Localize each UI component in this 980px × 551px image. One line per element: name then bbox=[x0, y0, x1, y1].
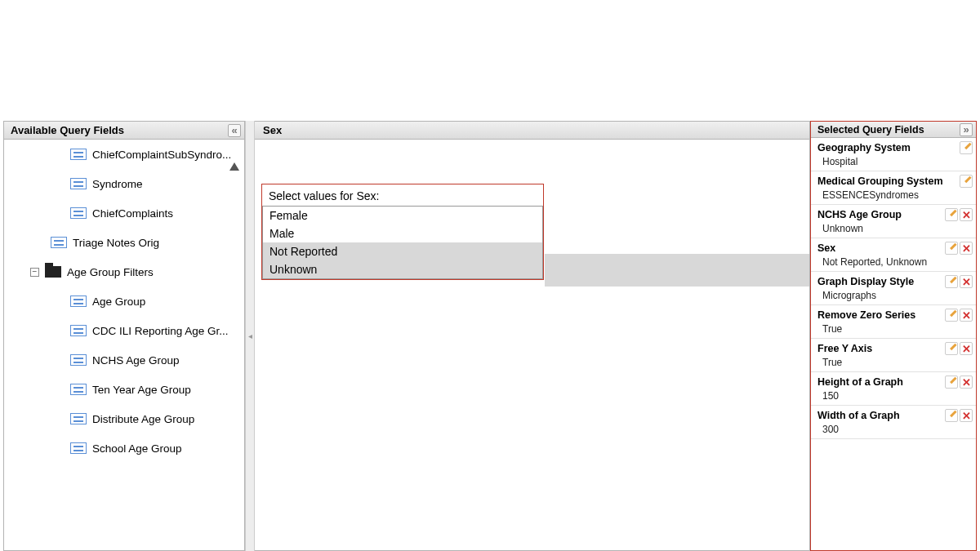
field-editor-panel: Sex Select values for Sex: FemaleMaleNot… bbox=[255, 121, 810, 551]
selected-field-item: NCHS Age Group✕Unknown bbox=[811, 205, 976, 238]
listbox-option[interactable]: Not Reported bbox=[263, 242, 542, 260]
pencil-icon bbox=[947, 211, 956, 219]
selected-field-item: Sex✕Not Reported, Unknown bbox=[811, 238, 976, 272]
edit-field-button[interactable] bbox=[945, 275, 958, 288]
selected-field-item: Free Y Axis✕True bbox=[811, 339, 976, 372]
field-editor-title: Sex bbox=[263, 124, 282, 136]
value-select-block: Select values for Sex: FemaleMaleNot Rep… bbox=[261, 184, 544, 280]
pencil-icon bbox=[962, 177, 970, 185]
tree-item[interactable]: Distribute Age Group bbox=[4, 404, 244, 433]
selected-field-item: Remove Zero Series✕True bbox=[811, 305, 976, 339]
selected-field-value: Not Reported, Unknown bbox=[817, 255, 973, 268]
selected-field-name: Free Y Axis bbox=[817, 343, 943, 354]
value-select-prompt: Select values for Sex: bbox=[262, 184, 543, 206]
edit-field-button[interactable] bbox=[945, 309, 958, 322]
selected-field-item: Geography SystemHospital bbox=[811, 138, 976, 171]
close-icon: ✕ bbox=[962, 277, 971, 287]
collapse-left-panel-button[interactable] bbox=[228, 124, 241, 137]
chevron-double-right-icon bbox=[963, 123, 969, 136]
remove-field-button[interactable]: ✕ bbox=[960, 208, 973, 221]
pencil-icon bbox=[947, 278, 956, 286]
pencil-icon bbox=[947, 378, 956, 386]
selected-field-value: Micrographs bbox=[817, 288, 973, 301]
listbox-option[interactable]: Female bbox=[263, 207, 542, 224]
tree-item[interactable]: CDC ILI Reporting Age Gr... bbox=[4, 316, 244, 345]
tree-item-label: Age Group bbox=[92, 295, 145, 308]
collapse-right-panel-button[interactable] bbox=[960, 123, 973, 136]
available-query-fields-panel: Available Query Fields ChiefComplaintSub… bbox=[3, 121, 245, 551]
field-icon bbox=[69, 177, 87, 190]
selected-field-value: True bbox=[817, 355, 973, 368]
tree-item-label: Triage Notes Orig bbox=[73, 237, 159, 249]
field-icon bbox=[69, 324, 87, 337]
tree-item[interactable]: Ten Year Age Group bbox=[4, 375, 244, 404]
tree-item-label: Distribute Age Group bbox=[92, 413, 194, 425]
tree-item[interactable]: ChiefComplaintSubSyndro... bbox=[4, 140, 244, 169]
selected-query-fields-title: Selected Query Fields bbox=[817, 124, 924, 136]
selected-query-fields-panel: Selected Query Fields Geography SystemHo… bbox=[810, 121, 977, 551]
field-icon bbox=[69, 383, 87, 396]
selected-field-name: Remove Zero Series bbox=[817, 309, 943, 321]
remove-field-button[interactable]: ✕ bbox=[960, 342, 973, 355]
edit-field-button[interactable] bbox=[945, 342, 958, 355]
tree-item-label: ChiefComplaintSubSyndro... bbox=[92, 149, 231, 161]
listbox-option[interactable]: Unknown bbox=[263, 260, 542, 278]
expand-toggle[interactable]: − bbox=[30, 268, 39, 277]
left-splitter[interactable]: ◂ bbox=[245, 121, 255, 551]
close-icon: ✕ bbox=[962, 344, 971, 354]
listbox-option[interactable]: Male bbox=[263, 224, 542, 242]
tree-item[interactable]: Syndrome bbox=[4, 169, 244, 198]
close-icon: ✕ bbox=[962, 411, 971, 421]
selected-field-value: True bbox=[817, 322, 973, 335]
tree-item[interactable]: NCHS Age Group bbox=[4, 345, 244, 375]
field-icon bbox=[69, 353, 87, 367]
selected-field-name: Height of a Graph bbox=[817, 376, 943, 388]
edit-field-button[interactable] bbox=[945, 409, 958, 422]
value-listbox[interactable]: FemaleMaleNot ReportedUnknown bbox=[262, 206, 543, 279]
selected-field-name: NCHS Age Group bbox=[817, 209, 943, 220]
tree-item[interactable]: ChiefComplaints bbox=[4, 198, 244, 228]
remove-field-button[interactable]: ✕ bbox=[960, 309, 973, 322]
selected-query-fields-header: Selected Query Fields bbox=[811, 122, 976, 138]
chevron-double-left-icon bbox=[231, 124, 237, 136]
field-tree: ChiefComplaintSubSyndro...SyndromeChiefC… bbox=[4, 140, 244, 550]
field-icon bbox=[69, 148, 87, 161]
selected-field-name: Width of a Graph bbox=[817, 410, 943, 421]
remove-field-button[interactable]: ✕ bbox=[960, 275, 973, 288]
selected-field-item: Width of a Graph✕300 bbox=[811, 406, 976, 439]
folder-icon bbox=[44, 265, 62, 278]
edit-field-button[interactable] bbox=[960, 175, 973, 188]
edit-field-button[interactable] bbox=[960, 141, 973, 154]
edit-field-button[interactable] bbox=[945, 242, 958, 255]
edit-field-button[interactable] bbox=[945, 375, 958, 389]
remove-field-button[interactable]: ✕ bbox=[960, 375, 973, 389]
selected-field-item: Height of a Graph✕150 bbox=[811, 372, 976, 406]
edit-field-button[interactable] bbox=[945, 208, 958, 221]
pencil-icon bbox=[947, 244, 956, 252]
pencil-icon bbox=[947, 411, 956, 420]
tree-item-label: ChiefComplaints bbox=[92, 207, 173, 220]
close-icon: ✕ bbox=[962, 210, 971, 220]
tree-item-label: Age Group Filters bbox=[67, 266, 154, 278]
selection-highlight-band bbox=[545, 254, 809, 270]
close-icon: ✕ bbox=[962, 243, 971, 254]
tree-item-label: Ten Year Age Group bbox=[92, 384, 191, 396]
available-query-fields-title: Available Query Fields bbox=[11, 124, 124, 136]
field-icon bbox=[69, 412, 87, 425]
tree-item[interactable]: −Age Group Filters bbox=[4, 257, 244, 287]
field-icon bbox=[69, 442, 87, 455]
selected-field-value: 150 bbox=[817, 389, 973, 402]
pencil-icon bbox=[947, 344, 956, 353]
pencil-icon bbox=[947, 311, 956, 319]
remove-field-button[interactable]: ✕ bbox=[960, 409, 973, 422]
pencil-icon bbox=[962, 144, 970, 152]
tree-item[interactable]: School Age Group bbox=[4, 433, 244, 463]
tree-item-label: NCHS Age Group bbox=[92, 354, 180, 367]
tree-item[interactable]: Age Group bbox=[4, 287, 244, 316]
selected-field-value: 300 bbox=[817, 422, 973, 435]
available-query-fields-header: Available Query Fields bbox=[4, 122, 244, 140]
tree-item[interactable]: Triage Notes Orig bbox=[4, 228, 244, 257]
field-editor-header: Sex bbox=[255, 122, 809, 140]
selection-highlight-band bbox=[545, 270, 809, 287]
remove-field-button[interactable]: ✕ bbox=[960, 242, 973, 255]
